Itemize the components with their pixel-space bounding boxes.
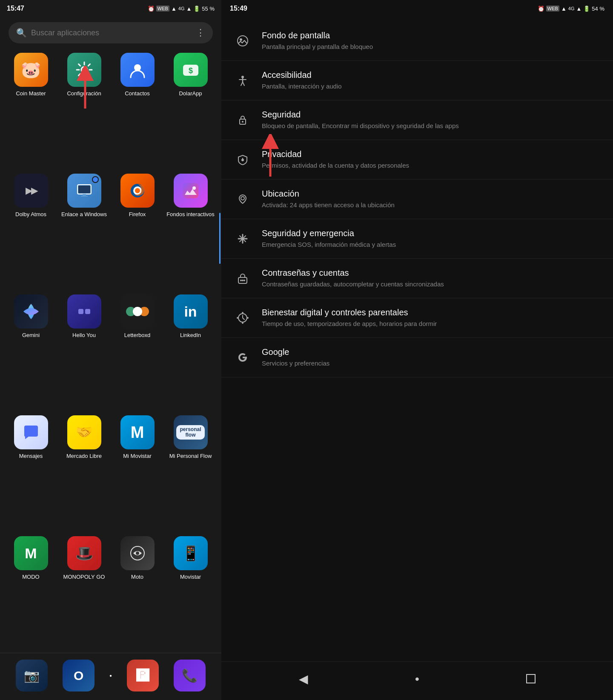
settings-subtitle-accessibility: Pantalla, interacción y audio <box>262 82 600 91</box>
bottom-app-outlook[interactable]: O <box>63 660 95 691</box>
more-options-icon[interactable]: ⋮ <box>196 27 205 38</box>
svg-rect-13 <box>78 186 90 193</box>
app-label-personalflow: Mi Personal Flow <box>169 453 212 460</box>
svg-point-0 <box>81 67 87 73</box>
app-item-moto[interactable]: Moto <box>113 536 162 649</box>
app-icon-dolby: ▶▶ <box>14 174 48 208</box>
svg-line-8 <box>78 74 80 75</box>
app-item-movistar[interactable]: 📱Movistar <box>166 536 215 649</box>
battery-right: 54 % <box>592 6 604 12</box>
bottom-app-clipboard[interactable]: 🅿 <box>127 660 159 691</box>
app-item-firefox[interactable]: Firefox <box>113 174 162 286</box>
app-item-mensajes[interactable]: Mensajes <box>6 415 55 528</box>
app-item-gemini[interactable]: Gemini <box>6 294 55 407</box>
app-icon-modo: M <box>14 536 48 570</box>
settings-title-privacy: Privacidad <box>262 149 600 159</box>
svg-rect-19 <box>183 183 198 198</box>
svg-line-35 <box>243 82 244 86</box>
notification-dot <box>92 176 99 183</box>
settings-title-security: Seguridad <box>262 110 600 120</box>
settings-icon-wellbeing <box>234 309 251 326</box>
settings-subtitle-wallpaper: Pantalla principal y pantalla de bloqueo <box>262 42 600 51</box>
app-label-gemini: Gemini <box>22 332 40 339</box>
app-label-movistar: Movistar <box>180 574 201 580</box>
settings-title-passwords: Contraseñas y cuentas <box>262 268 600 278</box>
settings-icon-passwords <box>234 270 251 287</box>
app-item-modo[interactable]: MMODO <box>6 536 55 649</box>
search-input[interactable] <box>31 29 192 37</box>
time-right: 15:49 <box>230 5 247 12</box>
settings-subtitle-google: Servicios y preferencias <box>262 359 600 368</box>
svg-point-20 <box>192 186 196 190</box>
app-label-firefox: Firefox <box>129 211 146 218</box>
settings-subtitle-emergency: Emergencia SOS, información médica y ale… <box>262 240 600 249</box>
settings-item-emergency[interactable]: Seguridad y emergenciaEmergencia SOS, in… <box>221 219 613 259</box>
settings-item-wallpaper[interactable]: Fondo de pantallaPantalla principal y pa… <box>221 21 613 61</box>
bottom-dock: 📷 O ● 🅿 📞 <box>0 653 221 700</box>
svg-point-37 <box>242 121 243 123</box>
svg-point-51 <box>242 312 243 314</box>
svg-rect-23 <box>85 309 90 314</box>
svg-point-18 <box>135 188 140 193</box>
app-item-fondos[interactable]: Fondos interactivos <box>166 174 215 286</box>
app-icon-fondos <box>174 174 208 208</box>
settings-title-accessibility: Accesibilidad <box>262 70 600 80</box>
app-icon-mimovistar: M <box>120 415 155 449</box>
settings-item-accessibility[interactable]: AccesibilidadPantalla, interacción y aud… <box>221 61 613 100</box>
app-item-coinmaster[interactable]: 🐷Coin Master <box>6 53 55 165</box>
app-icon-contactos <box>120 53 155 87</box>
svg-rect-14 <box>83 194 86 196</box>
app-label-dolarapp: DolarApp <box>179 90 202 97</box>
app-item-linkedin[interactable]: inLinkedIn <box>166 294 215 407</box>
settings-subtitle-privacy: Permisos, actividad de la cuenta y datos… <box>262 161 600 170</box>
app-item-monopoly[interactable]: 🎩MONOPOLY GO <box>60 536 109 649</box>
settings-title-wellbeing: Bienestar digital y controles parentales <box>262 308 600 317</box>
app-label-mensajes: Mensajes <box>19 453 43 460</box>
app-item-personalflow[interactable]: personalflowMi Personal Flow <box>166 415 215 528</box>
bottom-app-camera[interactable]: 📷 <box>16 660 48 691</box>
settings-item-google[interactable]: GoogleServicios y preferencias <box>221 338 613 377</box>
app-item-dolby[interactable]: ▶▶Dolby Atmos <box>6 174 55 286</box>
app-item-letterboxd[interactable]: Letterboxd <box>113 294 162 407</box>
settings-icon-accessibility <box>234 72 251 89</box>
app-label-dolby: Dolby Atmos <box>15 211 46 218</box>
svg-text:🤝: 🤝 <box>76 424 93 440</box>
app-item-mercadolibre[interactable]: 🤝Mercado Libre <box>60 415 109 528</box>
svg-rect-15 <box>81 196 88 197</box>
settings-item-security[interactable]: SeguridadBloqueo de pantalla, Encontrar … <box>221 100 613 140</box>
settings-item-passwords[interactable]: Contraseñas y cuentasContraseñas guardad… <box>221 259 613 298</box>
app-item-configuracion[interactable]: Configuración <box>60 53 109 165</box>
app-item-contactos[interactable]: Contactos <box>113 53 162 165</box>
settings-title-location: Ubicación <box>262 189 600 199</box>
svg-line-5 <box>78 64 80 66</box>
app-item-dolarapp[interactable]: $DolarApp <box>166 53 215 165</box>
app-label-monopoly: MONOPOLY GO <box>63 574 105 580</box>
home-button[interactable]: ● <box>407 668 428 689</box>
svg-point-46 <box>240 280 242 281</box>
bottom-app-phone[interactable]: 📞 <box>174 660 206 691</box>
settings-subtitle-security: Bloqueo de pantalla, Encontrar mi dispos… <box>262 121 600 130</box>
settings-icon-emergency <box>234 230 251 247</box>
app-label-moto: Moto <box>131 574 143 580</box>
app-icon-letterboxd <box>120 294 155 329</box>
app-icon-linkedin: in <box>174 294 208 329</box>
app-label-contactos: Contactos <box>125 90 150 97</box>
app-item-enlace[interactable]: Enlace a Windows <box>60 174 109 286</box>
bottom-nav-dot: ● <box>109 660 112 691</box>
app-icon-personalflow: personalflow <box>174 415 208 449</box>
app-label-linkedin: LinkedIn <box>180 332 201 339</box>
app-item-helloyou[interactable]: Hello You <box>60 294 109 407</box>
settings-item-wellbeing[interactable]: Bienestar digital y controles parentales… <box>221 298 613 338</box>
settings-item-privacy[interactable]: PrivacidadPermisos, actividad de la cuen… <box>221 140 613 180</box>
app-icon-mensajes <box>14 415 48 449</box>
settings-item-location[interactable]: UbicaciónActivada: 24 apps tienen acceso… <box>221 180 613 219</box>
search-bar[interactable]: 🔍 ⋮ <box>9 22 213 43</box>
svg-rect-22 <box>78 309 83 314</box>
back-button[interactable]: ◀ <box>293 668 314 689</box>
app-item-mimovistar[interactable]: MMi Movistar <box>113 415 162 528</box>
recents-button[interactable] <box>520 668 541 689</box>
settings-icon-security <box>234 111 251 129</box>
svg-point-29 <box>238 36 248 46</box>
svg-point-52 <box>247 317 249 319</box>
scroll-indicator <box>219 213 221 264</box>
